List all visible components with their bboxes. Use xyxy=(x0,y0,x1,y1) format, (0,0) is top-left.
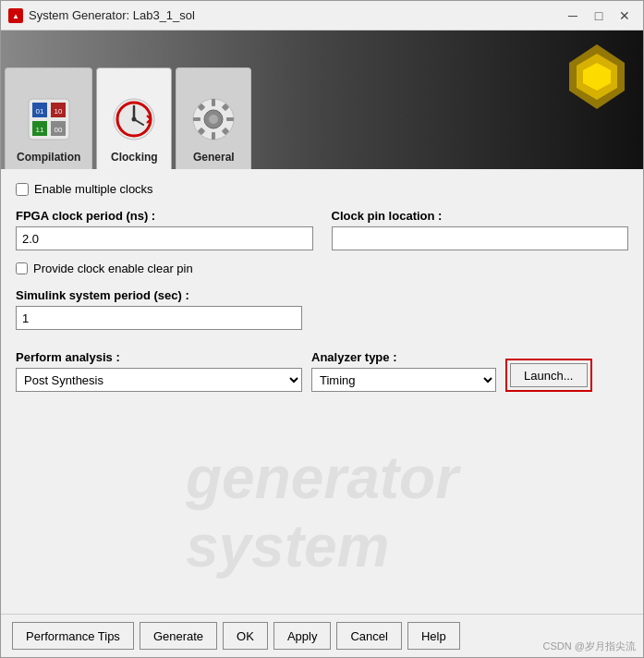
watermark-area: generatorsystem xyxy=(1,410,643,614)
watermark-text: generatorsystem xyxy=(186,444,458,580)
help-button[interactable]: Help xyxy=(407,622,460,650)
simulink-period-label: Simulink system period (sec) : xyxy=(16,288,628,302)
enable-multiple-clocks-checkbox[interactable] xyxy=(16,183,29,196)
svg-text:▲: ▲ xyxy=(12,12,19,20)
generate-button[interactable]: Generate xyxy=(140,622,217,650)
svg-rect-24 xyxy=(193,117,200,121)
tab-clocking[interactable]: Clocking xyxy=(96,67,172,169)
maximize-button[interactable]: □ xyxy=(588,6,610,25)
logo-area xyxy=(560,40,634,114)
enable-multiple-clocks-row: Enable multiple clocks xyxy=(16,182,628,196)
clocking-tab-icon xyxy=(108,93,160,145)
svg-text:01: 01 xyxy=(35,107,43,116)
enable-multiple-clocks-label[interactable]: Enable multiple clocks xyxy=(34,182,153,196)
app-icon: ▲ xyxy=(8,8,23,23)
tab-compilation[interactable]: 01 10 11 00 Compilation xyxy=(5,67,92,169)
compilation-tab-icon: 01 10 11 00 xyxy=(23,93,75,145)
provide-clear-pin-checkbox[interactable] xyxy=(16,262,28,274)
perform-analysis-group: Perform analysis : None Post Synthesis P… xyxy=(16,350,302,392)
launch-button[interactable]: Launch... xyxy=(510,363,588,387)
perform-analysis-label: Perform analysis : xyxy=(16,350,302,364)
clock-pin-input[interactable] xyxy=(332,226,629,250)
close-button[interactable]: ✕ xyxy=(614,6,636,25)
title-bar-left: ▲ System Generator: Lab3_1_sol xyxy=(8,8,195,23)
clock-pin-group: Clock pin location : xyxy=(332,209,629,250)
analyzer-type-group: Analyzer type : Timing Resource xyxy=(311,350,496,392)
tabs: 01 10 11 00 Compilation xyxy=(5,67,251,169)
general-tab-icon xyxy=(188,93,239,145)
fpga-clock-group: FPGA clock period (ns) : xyxy=(16,209,313,250)
svg-text:10: 10 xyxy=(54,107,62,116)
analyzer-type-select[interactable]: Timing Resource xyxy=(311,368,496,392)
svg-text:00: 00 xyxy=(54,126,62,134)
compilation-tab-label: Compilation xyxy=(17,151,80,164)
svg-point-18 xyxy=(132,117,137,122)
launch-group: x Launch... xyxy=(505,341,592,392)
clocking-tab-label: Clocking xyxy=(111,151,158,164)
svg-point-21 xyxy=(209,115,218,124)
minimize-button[interactable]: ─ xyxy=(562,6,584,25)
apply-button[interactable]: Apply xyxy=(273,622,332,650)
performance-tips-button[interactable]: Performance Tips xyxy=(12,622,134,650)
main-content: Enable multiple clocks FPGA clock period… xyxy=(1,169,643,410)
fpga-clock-input[interactable] xyxy=(16,226,313,250)
provide-clear-pin-label[interactable]: Provide clock enable clear pin xyxy=(33,262,193,275)
svg-rect-25 xyxy=(226,117,234,121)
analysis-row: Perform analysis : None Post Synthesis P… xyxy=(16,341,628,392)
title-bar: ▲ System Generator: Lab3_1_sol ─ □ ✕ xyxy=(1,1,643,30)
svg-rect-22 xyxy=(212,99,215,106)
simulink-period-input[interactable] xyxy=(16,306,302,330)
clock-pin-label: Clock pin location : xyxy=(332,209,629,223)
tab-bar: 01 10 11 00 Compilation xyxy=(1,30,643,169)
title-controls: ─ □ ✕ xyxy=(562,6,636,25)
ok-button[interactable]: OK xyxy=(223,622,268,650)
window-title: System Generator: Lab3_1_sol xyxy=(29,8,195,22)
form-grid: FPGA clock period (ns) : Clock pin locat… xyxy=(16,209,628,401)
fpga-clock-label: FPGA clock period (ns) : xyxy=(16,209,313,223)
csdn-watermark: CSDN @岁月指尖流 xyxy=(543,640,636,653)
svg-rect-23 xyxy=(212,132,215,140)
perform-analysis-select[interactable]: None Post Synthesis Post Implementation xyxy=(16,368,302,392)
launch-button-wrap: Launch... xyxy=(505,359,592,392)
general-tab-label: General xyxy=(193,151,235,164)
provide-clear-pin-row: Provide clock enable clear pin xyxy=(16,262,628,275)
simulink-period-group: Simulink system period (sec) : xyxy=(16,288,628,330)
cancel-button[interactable]: Cancel xyxy=(336,622,401,650)
window: ▲ System Generator: Lab3_1_sol ─ □ ✕ xyxy=(0,0,644,658)
tab-general[interactable]: General xyxy=(176,67,251,169)
analyzer-type-label: Analyzer type : xyxy=(311,350,496,364)
svg-text:11: 11 xyxy=(35,126,43,134)
